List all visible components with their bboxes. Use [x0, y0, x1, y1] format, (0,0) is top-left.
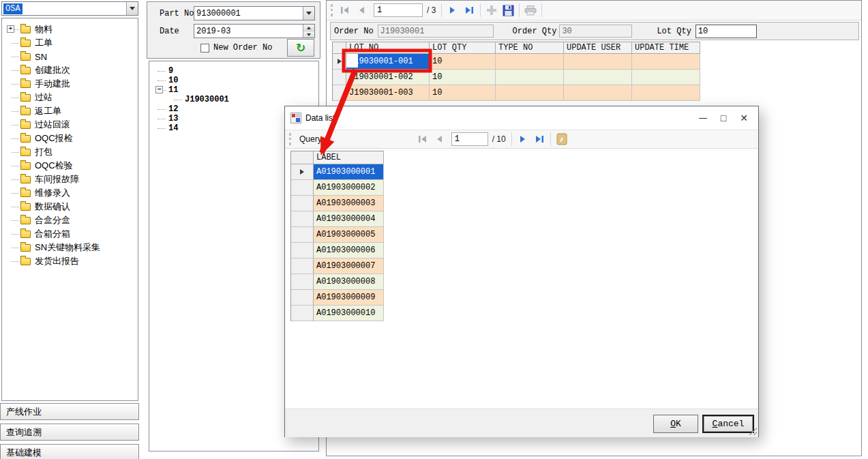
lot-no-cell[interactable]: J19030001-002: [346, 70, 430, 85]
sidebar-item-chejianbaoguzhang[interactable]: 车间报故障: [2, 173, 138, 186]
order-tree-item-9[interactable]: 9: [149, 66, 318, 76]
sidebar-item-dabao[interactable]: 打包: [2, 145, 138, 159]
label-cell[interactable]: A01903000008: [314, 274, 384, 290]
maximize-button[interactable]: □: [713, 110, 734, 126]
list-item[interactable]: A01903000004: [291, 211, 384, 227]
ok-button[interactable]: OK: [653, 415, 698, 433]
lot-qty-cell[interactable]: 10: [430, 54, 496, 70]
row-selector[interactable]: [291, 290, 314, 306]
update-time-cell[interactable]: [632, 54, 700, 70]
update-user-cell[interactable]: [564, 70, 632, 85]
row-selector[interactable]: [291, 164, 314, 180]
column-header-lot-no[interactable]: LOT NO: [346, 42, 430, 54]
order-tree-item-11[interactable]: −11: [149, 85, 318, 95]
sidebar-item-hehefenhe[interactable]: 合盒分盒: [2, 213, 138, 227]
row-selector[interactable]: [291, 306, 314, 321]
combo-dropdown-button[interactable]: [303, 7, 314, 20]
part-no-combo[interactable]: 913000001: [194, 6, 315, 20]
sidebar-item-guozhanhuigun[interactable]: 过站回滚: [2, 118, 138, 132]
type-no-cell[interactable]: [496, 85, 564, 101]
column-header-type-no[interactable]: TYPE NO: [496, 42, 564, 54]
sidebar-item-wuliao[interactable]: +物料: [2, 23, 138, 36]
label-cell-selected[interactable]: A01903000001: [314, 164, 384, 180]
row-selector[interactable]: [291, 227, 314, 243]
combo-dropdown-button[interactable]: [126, 2, 138, 15]
column-header-lot-qty[interactable]: LOT QTY: [430, 42, 496, 54]
sidebar-item-snguanjianwuliao[interactable]: SN关键物料采集: [2, 241, 138, 254]
label-cell[interactable]: A01903000003: [314, 196, 384, 211]
lot-qty-cell[interactable]: 10: [430, 70, 496, 85]
list-item[interactable]: A01903000008: [291, 274, 384, 290]
list-item[interactable]: A01903000003: [291, 196, 384, 211]
row-selector[interactable]: [333, 70, 346, 85]
previous-record-button[interactable]: [353, 3, 370, 18]
lot-no-cell-selected[interactable]: J19030001-001: [346, 54, 430, 70]
close-button[interactable]: ✕: [734, 110, 754, 126]
row-selector[interactable]: [291, 258, 314, 274]
cancel-button[interactable]: Cancel: [702, 415, 754, 433]
page-number-input[interactable]: 1: [451, 132, 488, 146]
sidebar-item-oqcbaojian[interactable]: OQC报检: [2, 132, 138, 145]
first-record-button[interactable]: [337, 3, 353, 18]
label-cell[interactable]: A01903000007: [314, 258, 384, 274]
next-record-button[interactable]: [445, 3, 461, 18]
minimize-button[interactable]: —: [693, 110, 713, 126]
column-header-update-time[interactable]: UPDATE TIME: [632, 42, 700, 54]
sidebar-item-fangongdan[interactable]: 返工单: [2, 104, 138, 118]
column-header-label[interactable]: LABEL: [314, 151, 384, 164]
label-cell[interactable]: A01903000006: [314, 243, 384, 258]
date-spinner[interactable]: 2019-03: [194, 24, 315, 38]
row-selector[interactable]: [291, 180, 314, 196]
last-record-button[interactable]: [461, 3, 477, 18]
last-record-button[interactable]: [531, 132, 548, 147]
label-cell[interactable]: A01903000009: [314, 290, 384, 306]
sidebar-item-guozhan[interactable]: 过站: [2, 91, 138, 104]
row-selector[interactable]: [291, 196, 314, 211]
list-item[interactable]: A01903000006: [291, 243, 384, 258]
dialog-titlebar[interactable]: Data list — □ ✕: [285, 106, 758, 129]
order-tree-item-10[interactable]: 10: [149, 76, 318, 85]
lot-qty-input[interactable]: 10: [695, 25, 757, 38]
expand-plus-icon[interactable]: +: [7, 25, 14, 33]
sidebar-item-oqcjianyan[interactable]: OQC检验: [2, 159, 138, 173]
print-button[interactable]: [522, 3, 539, 18]
table-row[interactable]: J19030001-003 10: [333, 85, 700, 101]
sidebar-item-gongdan[interactable]: 工单: [2, 36, 138, 50]
table-row[interactable]: J19030001-001 10: [333, 54, 700, 70]
lot-no-cell[interactable]: J19030001-003: [346, 85, 430, 101]
row-selector[interactable]: [291, 211, 314, 227]
label-cell[interactable]: A01903000005: [314, 227, 384, 243]
label-cell[interactable]: A01903000004: [314, 211, 384, 227]
nav-bar-query-trace[interactable]: 查询追溯: [0, 424, 139, 441]
spin-down-button[interactable]: [303, 31, 314, 38]
row-selector[interactable]: [291, 243, 314, 258]
sidebar-item-sn[interactable]: SN: [2, 50, 138, 63]
update-time-cell[interactable]: [632, 85, 700, 101]
label-cell[interactable]: A01903000002: [314, 180, 384, 196]
sidebar-item-shoudongjianpi[interactable]: 手动建批: [2, 77, 138, 91]
next-record-button[interactable]: [515, 132, 531, 147]
sidebar-item-chuangjianpici[interactable]: 创建批次: [2, 63, 138, 77]
row-selector[interactable]: [333, 54, 346, 70]
add-record-button[interactable]: [483, 3, 500, 18]
table-row[interactable]: J19030001-002 10: [333, 70, 700, 85]
type-no-cell[interactable]: [496, 54, 564, 70]
refresh-button[interactable]: ↻: [287, 39, 314, 57]
previous-record-button[interactable]: [431, 132, 447, 147]
sidebar-item-shujuqueren[interactable]: 数据确认: [2, 200, 138, 213]
fetch-data-button[interactable]: [554, 132, 570, 147]
sidebar-item-fahuochubaogao[interactable]: 发货出报告: [2, 254, 138, 268]
nav-bar-base-modeling[interactable]: 基础建模: [0, 444, 139, 459]
order-tree-item-j19030001[interactable]: J19030001: [149, 95, 318, 104]
sidebar-item-hexiangfenxiang[interactable]: 合箱分箱: [2, 227, 138, 241]
list-item[interactable]: A01903000007: [291, 258, 384, 274]
update-user-cell[interactable]: [564, 85, 632, 101]
page-number-input[interactable]: 1: [374, 3, 423, 17]
row-selector[interactable]: [333, 85, 346, 101]
update-time-cell[interactable]: [632, 70, 700, 85]
list-item[interactable]: A01903000002: [291, 180, 384, 196]
new-order-checkbox[interactable]: [200, 44, 209, 53]
list-item[interactable]: A01903000001: [291, 164, 384, 180]
column-header-update-user[interactable]: UPDATE USER: [564, 42, 632, 54]
label-cell[interactable]: A01903000010: [314, 306, 384, 321]
